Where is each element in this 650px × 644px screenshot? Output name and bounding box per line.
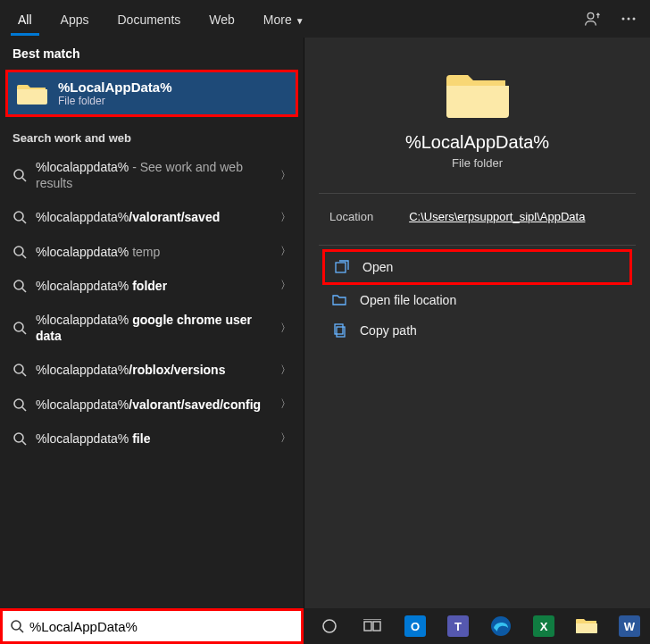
taskbar-search[interactable] [0,608,304,644]
tab-all[interactable]: All [4,4,46,34]
svg-text:X: X [540,620,548,633]
tab-web[interactable]: Web [195,4,249,34]
svg-point-1 [622,18,625,21]
result-text: %localappdata% google chrome user data [36,312,271,344]
options-icon[interactable] [611,0,646,38]
folder-icon [17,81,47,106]
svg-point-11 [14,433,23,442]
word-icon[interactable]: W [609,608,650,644]
copy-path-label: Copy path [360,323,417,338]
best-match-title: %LocalAppData% [58,79,172,95]
search-icon [12,431,27,446]
search-tabs: All Apps Documents Web More▼ [0,0,650,38]
search-result-item[interactable]: %localappdata% temp〉 [0,235,304,269]
preview-panel: %LocalAppData% File folder Location C:\U… [304,38,650,608]
best-match-subtitle: File folder [58,95,172,107]
preview-subtitle: File folder [452,156,503,170]
chevron-right-icon: 〉 [280,321,291,336]
result-text: %localappdata% folder [36,278,271,294]
svg-text:O: O [411,620,420,633]
svg-rect-17 [364,622,371,631]
svg-point-3 [633,18,636,21]
open-action[interactable]: Open [322,249,632,285]
copy-icon [331,322,347,339]
preview-title: %LocalAppData% [405,132,549,153]
folder-open-icon [331,292,347,308]
teams-icon[interactable]: T [438,608,479,644]
location-path[interactable]: C:\Users\erpsupport_sipl\AppData [409,210,585,223]
search-result-item[interactable]: %localappdata% folder〉 [0,269,304,303]
search-work-web-heading: Search work and web [0,122,304,150]
search-result-item[interactable]: %localappdata%/valorant/saved/config〉 [0,388,304,422]
svg-point-15 [12,621,21,630]
chevron-right-icon: 〉 [280,168,291,183]
svg-point-16 [323,620,336,632]
svg-point-9 [14,364,23,373]
result-list: %localappdata% - See work and web result… [0,150,304,456]
open-file-location-action[interactable]: Open file location [322,285,632,315]
best-match-heading: Best match [0,38,304,70]
search-icon [10,619,24,633]
open-icon [334,259,350,275]
search-icon [12,397,27,412]
cortana-icon[interactable] [309,608,350,644]
svg-text:W: W [624,620,636,633]
chevron-right-icon: 〉 [280,397,291,412]
feedback-icon[interactable] [575,0,611,38]
file-explorer-icon[interactable] [566,608,607,644]
best-match-item[interactable]: %LocalAppData% File folder [5,70,298,117]
open-label: Open [362,260,393,274]
search-result-item[interactable]: %localappdata% google chrome user data〉 [0,303,304,353]
svg-rect-18 [373,622,380,631]
chevron-right-icon: 〉 [280,363,291,378]
search-icon [12,321,27,335]
tab-more[interactable]: More▼ [249,4,319,34]
folder-icon [446,70,509,120]
svg-point-10 [14,399,23,408]
tab-apps[interactable]: Apps [46,4,104,34]
result-text: %localappdata%/valorant/saved/config [36,397,271,413]
svg-point-7 [14,280,23,289]
search-icon [12,279,27,293]
result-text: %localappdata% file [36,431,271,447]
tab-documents[interactable]: Documents [103,4,195,34]
svg-point-6 [14,247,23,255]
open-location-label: Open file location [360,293,456,307]
search-icon [12,210,27,224]
results-panel: Best match %LocalAppData% File folder Se… [0,38,304,608]
search-result-item[interactable]: %localappdata%/roblox/versions〉 [0,353,304,387]
svg-rect-12 [336,263,346,272]
task-view-icon[interactable] [352,608,393,644]
svg-text:T: T [454,620,462,633]
svg-point-2 [628,18,630,21]
chevron-right-icon: 〉 [280,431,291,446]
edge-icon[interactable] [480,608,521,644]
outlook-icon[interactable]: O [395,608,436,644]
location-row: Location C:\Users\erpsupport_sipl\AppDat… [304,194,650,245]
chevron-right-icon: 〉 [280,244,291,259]
result-text: %localappdata% - See work and web result… [36,159,271,191]
search-input[interactable] [29,619,294,634]
svg-point-8 [14,322,23,331]
search-icon [12,363,27,377]
taskbar: O T X W [0,608,650,644]
chevron-right-icon: 〉 [280,278,291,293]
svg-point-5 [14,212,23,221]
location-label: Location [329,210,373,223]
result-text: %localappdata%/roblox/versions [36,362,271,378]
svg-point-0 [588,13,594,19]
copy-path-action[interactable]: Copy path [322,315,632,346]
search-icon [12,168,27,182]
search-result-item[interactable]: %localappdata%/valorant/saved〉 [0,200,304,234]
svg-point-4 [14,170,23,179]
excel-icon[interactable]: X [523,608,564,644]
result-text: %localappdata% temp [36,244,271,260]
search-result-item[interactable]: %localappdata% - See work and web result… [0,150,304,200]
search-icon [12,245,27,259]
chevron-right-icon: 〉 [280,210,291,225]
search-result-item[interactable]: %localappdata% file〉 [0,422,304,456]
result-text: %localappdata%/valorant/saved [36,209,271,225]
